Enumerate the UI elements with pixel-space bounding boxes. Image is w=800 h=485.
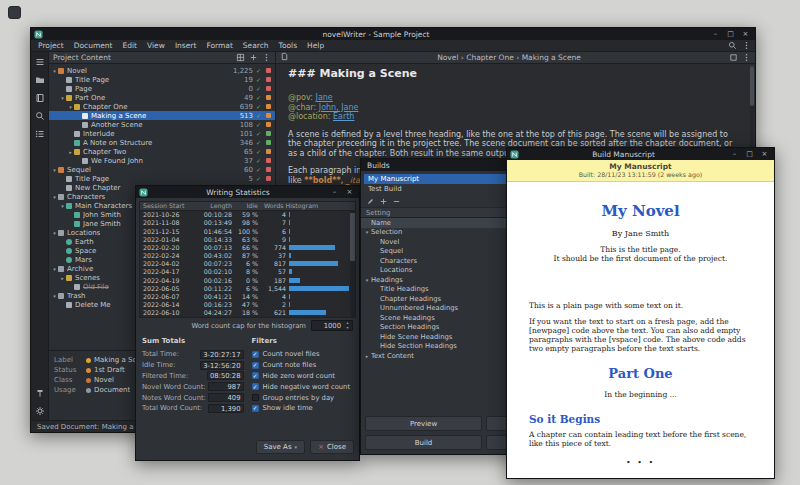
minimize-icon[interactable]: – [728, 149, 741, 160]
tree-item-page[interactable]: Page0✓ [49, 84, 275, 93]
collapse-arrow-icon[interactable]: ▾ [51, 68, 58, 74]
meta-tag-link[interactable]: John, Jane [319, 103, 359, 112]
menu-item-tools[interactable]: Tools [274, 41, 302, 50]
collapse-arrow-icon[interactable]: ▾ [59, 95, 66, 101]
session-idle: 63 % [232, 236, 258, 243]
scrollbar-thumb[interactable] [350, 213, 355, 261]
add-item-icon[interactable] [249, 53, 258, 62]
checkbox[interactable]: ✓ [252, 405, 259, 412]
stats-scrollbar[interactable] [350, 211, 355, 317]
close-button[interactable]: × Close [310, 440, 354, 454]
filter-show-idle-time[interactable]: ✓Show idle time [252, 403, 354, 414]
maximize-icon[interactable]: □ [724, 29, 737, 40]
filter-group-entries-by-day[interactable]: Group entries by day [252, 392, 354, 403]
menu-item-search[interactable]: Search [238, 41, 274, 50]
save-as-button[interactable]: Save As ▾ [256, 440, 305, 454]
status-dot [266, 131, 271, 136]
session-date: 2022-04-19 [140, 277, 196, 284]
menu-item-insert[interactable]: Insert [170, 41, 202, 50]
collapse-arrow-icon[interactable]: ▾ [51, 230, 58, 236]
tree-item-making-a-scene[interactable]: Making a Scene513✓ [49, 111, 275, 120]
collapse-arrow-icon[interactable]: ▾ [51, 293, 58, 299]
part-intro: In the beginning ... [529, 390, 752, 399]
checkbox[interactable] [252, 394, 259, 401]
collapse-arrow-icon[interactable]: ▾ [67, 104, 74, 110]
settings-icon[interactable] [35, 406, 45, 416]
tree-item-title-page[interactable]: Title Page19✓ [49, 75, 275, 84]
build-button[interactable]: Build [365, 435, 482, 450]
spin-down-icon[interactable]: ▾ [346, 326, 348, 331]
meta-tag-link[interactable]: Earth [333, 112, 354, 121]
tree-item-title-page[interactable]: Title Page5✓ [49, 174, 275, 183]
close-icon[interactable]: × [758, 149, 771, 160]
menu-item-edit[interactable]: Edit [118, 41, 143, 50]
tree-item-interlude[interactable]: Interlude101✓ [49, 129, 275, 138]
setting-label: Title Headings [380, 285, 507, 293]
tree-item-novel[interactable]: ▾Novel1,225✓ [49, 66, 275, 75]
col-idle[interactable]: Idle [232, 202, 258, 209]
session-length: 00:43:02 [196, 252, 232, 259]
collapse-arrow-icon[interactable]: ▾ [363, 229, 371, 235]
preview-button[interactable]: Preview [365, 416, 482, 431]
tree-item-chapter-one[interactable]: ▾Chapter One639✓ [49, 102, 275, 111]
tree-item-chapter-two[interactable]: ▸Chapter Two65✓ [49, 147, 275, 156]
expand-arrow-icon[interactable]: ▸ [363, 353, 371, 359]
collapse-arrow-icon[interactable]: ▾ [363, 277, 371, 283]
tree-item-sequel[interactable]: ▾Sequel60✓ [49, 165, 275, 174]
scrollbar-thumb[interactable] [750, 66, 754, 106]
minimize-icon[interactable]: – [709, 29, 722, 40]
maximize-editor-icon[interactable] [729, 53, 738, 62]
tree-item-we-found-john[interactable]: We Found John37✓ [49, 156, 275, 165]
histogram-cap-row: Word count cap for the histogram 1000 ▴ … [139, 318, 356, 333]
checkbox[interactable]: ✓ [252, 372, 259, 379]
close-icon[interactable]: × [343, 187, 356, 198]
menu-item-document[interactable]: Document [69, 41, 118, 50]
close-icon[interactable]: × [739, 29, 752, 40]
edit-build-icon[interactable] [366, 197, 375, 206]
editor-menu-icon[interactable] [742, 53, 751, 62]
minimize-icon[interactable]: – [328, 187, 341, 198]
menu-icon[interactable] [35, 57, 45, 67]
search-icon[interactable] [728, 41, 737, 50]
new-build-icon[interactable] [379, 197, 388, 206]
checkbox[interactable]: ✓ [252, 383, 259, 390]
search-icon[interactable] [35, 111, 45, 121]
build-icon[interactable] [35, 388, 45, 398]
col-session-start[interactable]: Session Start [140, 202, 196, 209]
histogram-cap-input[interactable]: 1000 ▴ ▾ [311, 320, 353, 331]
active-check-icon: ✓ [253, 139, 264, 146]
view-options-icon[interactable] [236, 53, 245, 62]
filter-count-note-files[interactable]: ✓Count note files [252, 360, 354, 371]
collapse-arrow-icon[interactable]: ▾ [51, 167, 58, 173]
delete-build-icon[interactable] [392, 197, 401, 206]
collapse-arrow-icon[interactable]: ▾ [51, 266, 58, 272]
filter-hide-negative-word-count[interactable]: ✓Hide negative word count [252, 381, 354, 392]
collapse-arrow-icon[interactable]: ▾ [59, 203, 66, 209]
expand-arrow-icon[interactable]: ▸ [67, 149, 74, 155]
filter-count-novel-files[interactable]: ✓Count novel files [252, 349, 354, 360]
tree-item-a-note-on-structure[interactable]: A Note on Structure346✓ [49, 138, 275, 147]
menu-item-project[interactable]: Project [33, 41, 69, 50]
desktop-icon[interactable] [8, 6, 21, 19]
overflow-menu-icon[interactable] [742, 41, 751, 50]
novel-icon[interactable] [35, 93, 45, 103]
tree-item-another-scene[interactable]: Another Scene108✓ [49, 120, 275, 129]
col-words-histogram[interactable]: Words Histogram [258, 202, 349, 209]
maximize-icon[interactable]: □ [743, 149, 756, 160]
tree-item-part-one[interactable]: ▾Part One49✓ [49, 93, 275, 102]
col-length[interactable]: Length [196, 202, 232, 209]
meta-tag-link[interactable]: Jane [316, 93, 333, 102]
menu-items: ProjectDocumentEditViewInsertFormatSearc… [33, 41, 329, 50]
tree-menu-icon[interactable] [262, 53, 271, 62]
collapse-arrow-icon[interactable]: ▾ [51, 194, 58, 200]
expand-arrow-icon[interactable]: ▸ [59, 275, 66, 281]
checkbox[interactable]: ✓ [252, 351, 259, 358]
menu-item-view[interactable]: View [142, 41, 170, 50]
outline-icon[interactable] [35, 129, 45, 139]
menu-item-help[interactable]: Help [302, 41, 329, 50]
project-tree-icon[interactable] [35, 75, 45, 85]
filter-hide-zero-word-count[interactable]: ✓Hide zero word count [252, 371, 354, 382]
checkbox[interactable]: ✓ [252, 362, 259, 369]
spinner-arrows[interactable]: ▴ ▾ [343, 321, 352, 330]
menu-item-format[interactable]: Format [201, 41, 237, 50]
